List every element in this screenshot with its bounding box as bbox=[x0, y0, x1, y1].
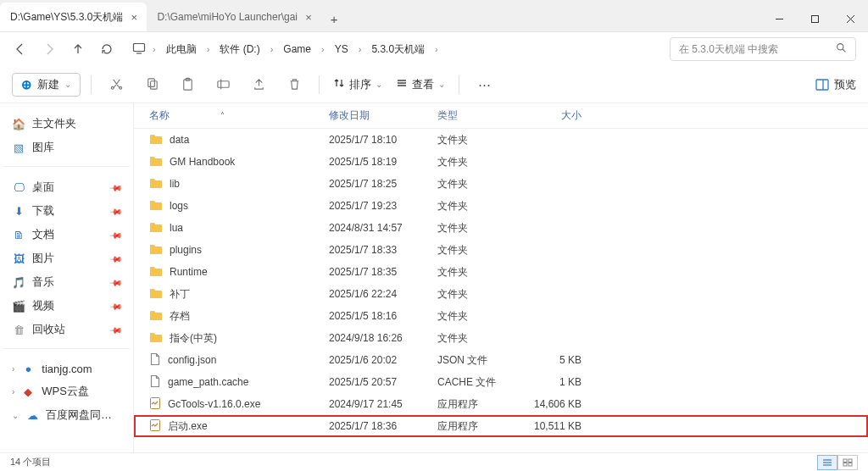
crumb[interactable]: 软件 (D:) bbox=[216, 39, 263, 60]
delete-button[interactable] bbox=[280, 72, 309, 97]
file-icon bbox=[149, 374, 161, 391]
file-row[interactable]: lib2025/1/7 18:25文件夹 bbox=[134, 173, 868, 195]
sidebar-item-downloads[interactable]: ⬇下载📌 bbox=[3, 199, 130, 223]
refresh-button[interactable] bbox=[98, 41, 115, 58]
pin-icon: 📌 bbox=[109, 252, 123, 265]
pin-icon: 📌 bbox=[109, 323, 123, 336]
svg-rect-9 bbox=[150, 81, 157, 89]
rename-button[interactable] bbox=[209, 72, 237, 97]
sidebar: 🏠主文件夹 ▧图库 🖵桌面📌 ⬇下载📌 🗎文档📌 🖼图片📌 🎵音乐📌 🎬视频📌 … bbox=[0, 103, 134, 452]
picture-icon: 🖼 bbox=[12, 252, 25, 265]
file-date: 2025/1/7 19:23 bbox=[329, 200, 437, 212]
chevron-right-icon: › bbox=[359, 44, 362, 54]
file-row[interactable]: 存档2025/1/5 18:16文件夹 bbox=[134, 305, 868, 327]
chevron-right-icon: › bbox=[12, 387, 14, 396]
close-icon[interactable]: × bbox=[303, 11, 314, 23]
file-name: Runtime bbox=[170, 266, 208, 278]
copy-button[interactable] bbox=[137, 72, 166, 97]
file-row[interactable]: data2025/1/7 18:10文件夹 bbox=[134, 129, 868, 151]
sidebar-item-gallery[interactable]: ▧图库 bbox=[3, 136, 130, 159]
file-pane: 名称˄ 修改日期 类型 大小 data2025/1/7 18:10文件夹GM H… bbox=[134, 103, 868, 452]
crumb[interactable]: YS bbox=[331, 40, 352, 58]
sidebar-item-baidu[interactable]: ⌄☁百度网盘同步空 bbox=[3, 403, 130, 427]
sidebar-item-music[interactable]: 🎵音乐📌 bbox=[3, 270, 130, 294]
folder-icon bbox=[149, 221, 163, 236]
item-count: 14 个项目 bbox=[10, 456, 51, 468]
search-input[interactable]: 在 5.3.0天机端 中搜索 bbox=[670, 37, 856, 61]
baidu-icon: ☁ bbox=[25, 408, 39, 422]
search-icon bbox=[836, 42, 847, 56]
crumb[interactable]: 5.3.0天机端 bbox=[368, 39, 428, 60]
minimize-button[interactable] bbox=[761, 6, 797, 31]
forward-button[interactable] bbox=[41, 41, 58, 58]
sidebar-item-desktop[interactable]: 🖵桌面📌 bbox=[3, 175, 130, 199]
home-icon: 🏠 bbox=[12, 117, 25, 130]
file-row[interactable]: 启动.exe2025/1/7 18:36应用程序10,511 KB bbox=[134, 415, 868, 437]
sidebar-item-documents[interactable]: 🗎文档📌 bbox=[3, 223, 130, 247]
file-row[interactable]: 补丁2025/1/6 22:24文件夹 bbox=[134, 283, 868, 305]
file-date: 2024/8/31 14:57 bbox=[329, 222, 437, 234]
file-row[interactable]: game_path.cache2025/1/5 20:57CACHE 文件1 K… bbox=[134, 371, 868, 393]
col-type-header[interactable]: 类型 bbox=[437, 108, 531, 123]
sort-icon bbox=[333, 77, 345, 91]
file-row[interactable]: config.json2025/1/6 20:02JSON 文件5 KB bbox=[134, 349, 868, 371]
chevron-down-icon: ⌄ bbox=[376, 80, 382, 89]
file-type: 应用程序 bbox=[437, 397, 531, 412]
file-row[interactable]: plugins2025/1/7 18:33文件夹 bbox=[134, 239, 868, 261]
file-name: data bbox=[170, 134, 189, 146]
new-button[interactable]: ⊕ 新建 ⌄ bbox=[12, 73, 81, 97]
preview-button[interactable]: 预览 bbox=[815, 77, 856, 92]
back-button[interactable] bbox=[12, 41, 29, 58]
col-name-header[interactable]: 名称 bbox=[149, 108, 170, 123]
file-row[interactable]: GM Handbook2025/1/5 18:19文件夹 bbox=[134, 151, 868, 173]
svg-rect-26 bbox=[849, 463, 852, 466]
folder-icon bbox=[149, 287, 163, 302]
more-button[interactable]: ⋯ bbox=[470, 72, 498, 97]
file-date: 2025/1/7 18:33 bbox=[329, 244, 437, 256]
sidebar-item-pictures[interactable]: 🖼图片📌 bbox=[3, 247, 130, 270]
folder-icon bbox=[149, 331, 163, 346]
view-details-button[interactable] bbox=[817, 455, 837, 470]
view-icons-button[interactable] bbox=[837, 455, 858, 470]
tab-inactive[interactable]: D:\Game\miHoYo Launcher\gai × bbox=[147, 3, 321, 31]
file-row[interactable]: lua2024/8/31 14:57文件夹 bbox=[134, 217, 868, 239]
folder-icon bbox=[149, 177, 163, 191]
address-bar: › 此电脑 › 软件 (D:) › Game › YS › 5.3.0天机端 ›… bbox=[0, 32, 868, 66]
breadcrumbs[interactable]: › 此电脑 › 软件 (D:) › Game › YS › 5.3.0天机端 › bbox=[127, 39, 658, 60]
column-headers[interactable]: 名称˄ 修改日期 类型 大小 bbox=[134, 103, 868, 129]
sidebar-item-home[interactable]: 🏠主文件夹 bbox=[3, 112, 130, 136]
folder-icon bbox=[149, 265, 163, 280]
paste-button[interactable] bbox=[173, 72, 202, 97]
cut-button[interactable] bbox=[102, 72, 131, 97]
tab-active[interactable]: D:\Game\YS\5.3.0天机端 × bbox=[0, 3, 147, 31]
maximize-button[interactable] bbox=[797, 6, 832, 31]
file-row[interactable]: 指令(中英)2024/9/18 16:26文件夹 bbox=[134, 327, 868, 349]
col-date-header[interactable]: 修改日期 bbox=[329, 108, 437, 123]
tab-title: D:\Game\YS\5.3.0天机端 bbox=[10, 10, 123, 25]
file-row[interactable]: GcTools-v1.16.0.exe2024/9/17 21:45应用程序14… bbox=[134, 393, 868, 415]
pin-icon: 📌 bbox=[109, 180, 123, 194]
close-icon[interactable]: × bbox=[128, 11, 140, 23]
crumb[interactable]: 此电脑 bbox=[163, 39, 200, 60]
up-button[interactable] bbox=[70, 41, 86, 58]
search-placeholder: 在 5.3.0天机端 中搜索 bbox=[679, 42, 778, 57]
sort-button[interactable]: 排序 ⌄ bbox=[330, 77, 386, 92]
file-type: 文件夹 bbox=[437, 287, 531, 302]
svg-rect-25 bbox=[843, 463, 847, 466]
monitor-icon bbox=[132, 42, 146, 58]
share-button[interactable] bbox=[244, 72, 273, 97]
new-tab-button[interactable]: + bbox=[321, 12, 347, 31]
preview-label: 预览 bbox=[834, 77, 856, 92]
sidebar-item-wps[interactable]: ›◆WPS云盘 bbox=[3, 380, 130, 403]
file-row[interactable]: Runtime2025/1/7 18:35文件夹 bbox=[134, 261, 868, 283]
view-button[interactable]: 查看 ⌄ bbox=[392, 77, 448, 92]
close-window-button[interactable] bbox=[832, 6, 868, 31]
sidebar-item-videos[interactable]: 🎬视频📌 bbox=[3, 294, 130, 318]
file-row[interactable]: logs2025/1/7 19:23文件夹 bbox=[134, 195, 868, 217]
svg-line-7 bbox=[843, 49, 845, 52]
sidebar-item-recycle[interactable]: 🗑回收站📌 bbox=[3, 318, 130, 341]
crumb[interactable]: Game bbox=[280, 40, 314, 58]
col-size-header[interactable]: 大小 bbox=[531, 108, 607, 123]
music-icon: 🎵 bbox=[12, 275, 25, 289]
sidebar-item-tianjg[interactable]: ›●tianjg.com bbox=[3, 357, 130, 380]
